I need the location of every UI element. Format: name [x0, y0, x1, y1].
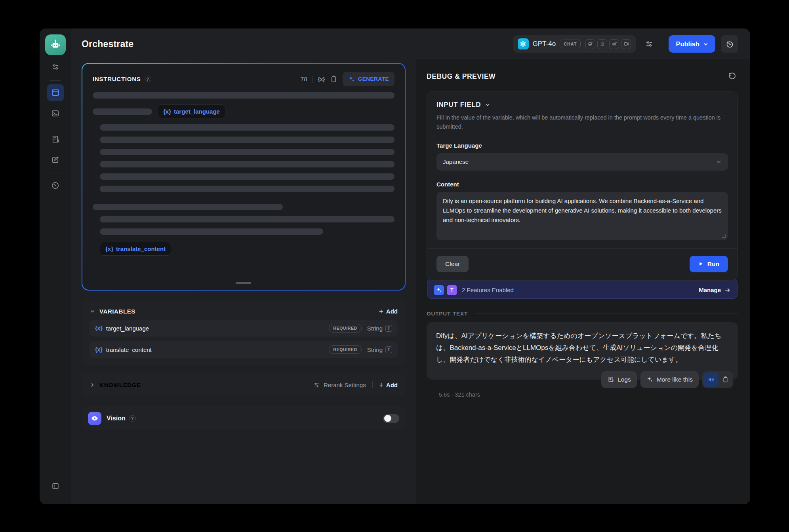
- add-knowledge-button[interactable]: +Add: [379, 381, 398, 389]
- app-header: Orchestrate ✻ GPT-4o CHAT: [71, 28, 750, 59]
- version-history-button[interactable]: [721, 35, 738, 53]
- debug-preview-panel: DEBUG & PREVIEW INPUT FIELD Fill in the …: [416, 59, 750, 504]
- robot-icon: [50, 39, 61, 51]
- chevron-right-icon[interactable]: [90, 382, 95, 388]
- features-enabled-bar[interactable]: T 2 Features Enabled Manage: [427, 278, 738, 299]
- insert-variable-icon[interactable]: {x}: [318, 76, 324, 82]
- debug-preview-title: DEBUG & PREVIEW: [427, 72, 496, 81]
- chevron-down-icon: [703, 42, 708, 47]
- header-divider: [663, 40, 663, 48]
- rerank-settings-button[interactable]: Rerank Settings: [313, 382, 366, 388]
- text-to-speech-feature-icon: T: [447, 285, 457, 295]
- vision-feature-icon: [88, 412, 101, 425]
- target-language-label: Targe Language: [436, 142, 728, 149]
- variable-chip-target-language[interactable]: {x}target_language: [158, 104, 225, 118]
- model-parameters-icon[interactable]: [641, 36, 657, 52]
- variable-token-icon: {x}: [95, 325, 103, 331]
- rail-divider: [50, 127, 61, 127]
- content-textarea[interactable]: Dify is an open-source platform for buil…: [436, 192, 728, 240]
- rail-orchestrate-settings-icon[interactable]: [47, 58, 64, 76]
- target-language-value: Japanese: [443, 158, 469, 165]
- play-icon: [698, 261, 703, 266]
- sparkle-icon: [646, 376, 653, 383]
- add-variable-button[interactable]: +Add: [379, 308, 398, 315]
- sliders-icon: [313, 382, 320, 388]
- copy-output-button[interactable]: [718, 372, 732, 387]
- required-badge: REQUIRED: [329, 345, 361, 354]
- collapse-sidebar-icon[interactable]: [47, 477, 64, 495]
- input-field-description: Fill in the value of the variable, which…: [436, 113, 728, 132]
- manage-features-button[interactable]: Manage: [699, 287, 731, 293]
- app-window: Orchestrate ✻ GPT-4o CHAT: [40, 28, 750, 504]
- variable-row[interactable]: {x} translate_content REQUIRED StringT: [90, 341, 398, 358]
- skeleton-line: [100, 216, 394, 222]
- toolbar-divider: [312, 76, 313, 83]
- string-type-icon: T: [385, 325, 392, 332]
- panel-resize-handle[interactable]: [236, 282, 251, 284]
- chevron-down-icon: [716, 159, 722, 165]
- restart-debug-icon[interactable]: [726, 70, 738, 82]
- skeleton-line: [100, 149, 394, 155]
- clear-button[interactable]: Clear: [436, 256, 469, 272]
- logs-button[interactable]: Logs: [601, 371, 637, 388]
- audio-capability-icon: [609, 39, 619, 49]
- knowledge-title: KNOWLEDGE: [99, 382, 141, 388]
- vision-label: Vision: [107, 415, 126, 422]
- left-rail: [40, 28, 71, 504]
- model-mode-badge: CHAT: [560, 40, 581, 48]
- chevron-down-icon[interactable]: [90, 308, 95, 314]
- more-like-this-button[interactable]: More like this: [640, 371, 699, 388]
- card-divider: [427, 248, 738, 249]
- input-field-header[interactable]: INPUT FIELD: [436, 101, 728, 109]
- rail-logs-icon[interactable]: [47, 130, 64, 148]
- audio-actions-group: [702, 371, 733, 388]
- rail-orchestrate-tab-icon[interactable]: [47, 84, 64, 101]
- input-field-card: INPUT FIELD Fill in the value of the var…: [427, 91, 738, 281]
- instructions-title: INSTRUCTIONS: [93, 76, 141, 82]
- output-meta: 5.6s · 321 chars: [439, 391, 738, 398]
- content-label: Content: [436, 181, 728, 188]
- run-button[interactable]: Run: [690, 256, 728, 272]
- publish-button[interactable]: Publish: [669, 35, 715, 53]
- model-name: GPT-4o: [533, 40, 556, 48]
- instructions-panel: INSTRUCTIONS ? 78 {x}: [82, 63, 406, 291]
- rail-divider: [50, 80, 61, 81]
- string-type-icon: T: [385, 346, 392, 353]
- variable-row[interactable]: {x} target_language REQUIRED StringT: [90, 320, 398, 336]
- variable-name: translate_content: [106, 346, 152, 353]
- variable-type: StringT: [367, 346, 392, 353]
- section-divider: [372, 381, 373, 388]
- generate-button[interactable]: GENERATE: [343, 72, 394, 86]
- variable-chip-translate-content[interactable]: {x}translate_content: [100, 242, 171, 256]
- textarea-resize-handle[interactable]: [722, 234, 726, 238]
- features-enabled-label: 2 Features Enabled: [462, 287, 514, 293]
- video-capability-icon: [621, 39, 631, 49]
- vision-capability-icon: [585, 39, 595, 49]
- sparkle-icon: [348, 76, 355, 82]
- play-audio-button[interactable]: [703, 372, 718, 387]
- instructions-help-icon[interactable]: ?: [145, 76, 151, 82]
- history-icon: [726, 40, 734, 48]
- model-capability-icons: [585, 39, 631, 49]
- rail-terminal-icon[interactable]: [47, 104, 64, 122]
- vision-toggle[interactable]: [383, 414, 399, 423]
- variable-name: target_language: [106, 325, 149, 332]
- arrow-right-icon: [724, 287, 731, 293]
- knowledge-section: KNOWLEDGE Rerank Settings +Add: [82, 373, 406, 396]
- rail-divider: [50, 173, 61, 173]
- chevron-down-icon: [485, 102, 490, 108]
- target-language-select[interactable]: Japanese: [436, 153, 728, 171]
- model-selector[interactable]: ✻ GPT-4o CHAT: [513, 35, 636, 53]
- output-section: Difyは、AIアプリケーションを構築するためのオープンソースプラットフォームで…: [427, 322, 738, 380]
- skeleton-line: [93, 92, 394, 99]
- vision-section: Vision ?: [82, 407, 406, 430]
- vision-help-icon[interactable]: ?: [129, 415, 136, 422]
- skeleton-line: [93, 108, 152, 115]
- rail-monitoring-icon[interactable]: [47, 177, 64, 194]
- speaker-icon: [707, 376, 715, 383]
- copy-prompt-icon[interactable]: [330, 75, 337, 83]
- content-area: INSTRUCTIONS ? 78 {x}: [71, 59, 750, 504]
- rail-annotation-icon[interactable]: [47, 151, 64, 168]
- app-avatar-robot-icon[interactable]: [45, 34, 66, 55]
- feature-icons: T: [434, 285, 457, 295]
